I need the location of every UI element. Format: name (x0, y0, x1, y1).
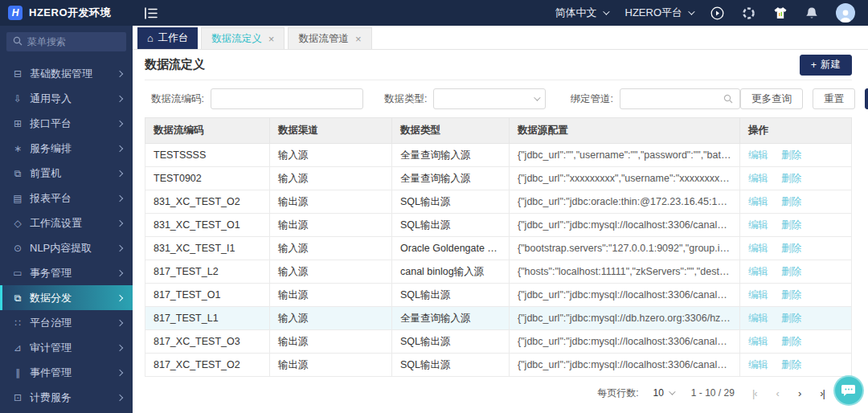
edit-link[interactable]: 编辑 (748, 313, 768, 324)
edit-link[interactable]: 编辑 (748, 196, 768, 207)
sidebar-item-billing-service[interactable]: ⊡计费服务 (0, 385, 133, 410)
data-type-select[interactable] (433, 88, 546, 109)
edit-link[interactable]: 编辑 (748, 336, 768, 347)
data-type-select-input[interactable] (434, 89, 545, 108)
table-row[interactable]: 817_TEST_O1输出源SQL输出源{"jdbc_url":"jdbc:my… (145, 284, 852, 307)
sidebar-item-label: NLP内容提取 (30, 241, 111, 256)
pagination: 每页行数: 10 1 - 10 / 29 |‹ ‹ › ›| (145, 377, 852, 409)
language-switcher[interactable]: 简体中文 (555, 6, 608, 20)
delete-link[interactable]: 删除 (781, 266, 801, 277)
sidebar-item-event-mgmt[interactable]: ∥事件管理 (0, 360, 133, 385)
sidebar-item-service-orchestration[interactable]: ∗服务编排 (0, 136, 133, 161)
close-icon[interactable]: × (355, 34, 362, 44)
table-row[interactable]: TEST0902输入源全量查询输入源{"jdbc_url":"xxxxxxxxx… (145, 167, 852, 190)
tab-label: 数据流定义 (211, 32, 262, 46)
edit-link[interactable]: 编辑 (748, 243, 768, 254)
data-type-label: 数据类型: (384, 92, 427, 106)
sidebar-item-interface-platform[interactable]: ⊞接口平台 (0, 111, 133, 136)
platform-governance-icon: ∷ (12, 317, 23, 329)
col-header-config: 数据源配置 (510, 118, 740, 144)
sidebar-collapse-icon[interactable] (144, 7, 158, 19)
sidebar-item-data-distribution[interactable]: ⧉数据分发 (0, 285, 133, 310)
more-query-button[interactable]: 更多查询 (740, 88, 803, 109)
play-circle-icon[interactable] (710, 6, 724, 20)
edit-link[interactable]: 编辑 (748, 173, 768, 184)
delete-link[interactable]: 删除 (781, 313, 801, 324)
reset-button[interactable]: 重置 (813, 88, 855, 109)
sidebar-item-platform-governance[interactable]: ∷平台治理 (0, 310, 133, 335)
app-logo[interactable]: H HZERO开发环境 (0, 6, 133, 20)
table-row[interactable]: 817_TEST_L2输入源canal binlog输入源{"hosts":"l… (145, 260, 852, 284)
menu-search[interactable] (6, 32, 126, 51)
sidebar-item-base-data[interactable]: ⊟基础数据管理 (0, 61, 133, 86)
event-mgmt-icon: ∥ (12, 367, 23, 378)
next-page-icon[interactable]: › (798, 387, 800, 399)
delete-link[interactable]: 删除 (781, 289, 801, 301)
sidebar-item-common-import[interactable]: ⇩通用导入 (0, 86, 133, 111)
theme-shirt-icon[interactable] (773, 6, 788, 20)
tab-workbench[interactable]: ⌂ 工作台 (137, 27, 198, 49)
tab-label: 工作台 (158, 31, 189, 45)
sync-icon[interactable] (742, 6, 755, 20)
table-row[interactable]: 817_XC_TEST_O2输出源SQL输出源{"jdbc_url":"jdbc… (145, 354, 852, 377)
bell-icon[interactable] (805, 6, 818, 20)
chat-bubble-button[interactable] (835, 377, 862, 404)
sidebar-item-workflow-settings[interactable]: ◇工作流设置 (0, 211, 133, 235)
delete-link[interactable]: 删除 (781, 196, 801, 207)
table-row-highlighted[interactable]: 817_TEST_L1输入源全量查询输入源{"jdbc_url":"jdbc:m… (145, 307, 852, 330)
bound-pipeline-input[interactable] (620, 89, 739, 108)
table-row[interactable]: 817_XC_TEST_O3输出源SQL输出源{"jdbc_url":"jdbc… (145, 330, 852, 354)
edit-link[interactable]: 编辑 (748, 266, 768, 277)
dataflow-code-input[interactable] (211, 89, 362, 108)
nlp-extract-icon: ⊙ (12, 243, 23, 254)
delete-link[interactable]: 删除 (781, 173, 801, 184)
close-icon[interactable]: × (268, 34, 275, 44)
sidebar-item-label: 前置机 (30, 166, 111, 181)
sidebar-item-report-platform[interactable]: ▤报表平台 (0, 186, 133, 211)
cell-config: {"jdbc_url":"jdbc:mysql://localhost:3306… (510, 330, 740, 354)
new-button[interactable]: + 新建 (800, 55, 852, 76)
sidebar-item-front-machine[interactable]: ⧉前置机 (0, 161, 133, 186)
cell-channel: 输出源 (270, 354, 392, 377)
avatar[interactable] (836, 3, 855, 22)
base-data-icon: ⊟ (12, 68, 23, 80)
last-page-icon[interactable]: ›| (820, 387, 825, 399)
tab-label: 数据流管道 (298, 32, 349, 46)
cell-config: {"jdbc_url":"jdbc:oracle:thin:@172.23.16… (510, 190, 740, 214)
chevron-right-icon (117, 95, 123, 101)
tab-dataflow-pipeline[interactable]: 数据流管道 × (288, 27, 371, 49)
delete-link[interactable]: 删除 (781, 336, 801, 347)
delete-link[interactable]: 删除 (781, 359, 801, 370)
delete-link[interactable]: 删除 (781, 149, 801, 161)
table-row[interactable]: TESTSSSS输入源全量查询输入源{"jdbc_url":"","userna… (145, 144, 852, 167)
rows-per-page-select[interactable]: 10 (653, 387, 673, 399)
language-label: 简体中文 (555, 6, 597, 20)
cell-channel: 输出源 (270, 214, 392, 237)
sidebar-item-transaction-mgmt[interactable]: ▭事务管理 (0, 260, 133, 285)
edit-link[interactable]: 编辑 (748, 359, 768, 370)
sidebar-item-label: 基础数据管理 (30, 67, 111, 81)
table-row[interactable]: 831_XC_TEST_O2输出源SQL输出源{"jdbc_url":"jdbc… (145, 190, 852, 214)
edit-link[interactable]: 编辑 (748, 219, 768, 231)
tenant-select[interactable]: HZERO平台 (625, 6, 694, 20)
sidebar-item-audit-mgmt[interactable]: ⊿审计管理 (0, 335, 133, 360)
query-button[interactable]: 查询 (865, 88, 868, 109)
table-row[interactable]: 831_XC_TEST_O1输出源SQL输出源{"jdbc_url":"jdbc… (145, 214, 852, 237)
sidebar-item-label: 接口平台 (30, 117, 111, 131)
tab-dataflow-definition[interactable]: 数据流定义 × (201, 27, 285, 49)
bound-pipeline-label: 绑定管道: (570, 92, 612, 106)
sidebar-item-label: 事务管理 (30, 266, 111, 280)
first-page-icon[interactable]: |‹ (752, 387, 757, 399)
topbar: H HZERO开发环境 简体中文 HZERO平台 (0, 0, 868, 26)
delete-link[interactable]: 删除 (781, 219, 801, 231)
chevron-right-icon (117, 244, 123, 251)
table-row[interactable]: 831_XC_TEST_I1输入源Oracle Goldengate To Ka… (145, 237, 852, 260)
prev-page-icon[interactable]: ‹ (776, 387, 779, 399)
menu-search-input[interactable] (27, 36, 120, 47)
edit-link[interactable]: 编辑 (748, 289, 768, 301)
delete-link[interactable]: 删除 (781, 243, 801, 254)
sidebar-item-nlp-extract[interactable]: ⊙NLP内容提取 (0, 235, 133, 260)
chevron-right-icon (117, 70, 123, 76)
edit-link[interactable]: 编辑 (748, 149, 768, 161)
sidebar-item-label: 服务编排 (30, 141, 111, 156)
